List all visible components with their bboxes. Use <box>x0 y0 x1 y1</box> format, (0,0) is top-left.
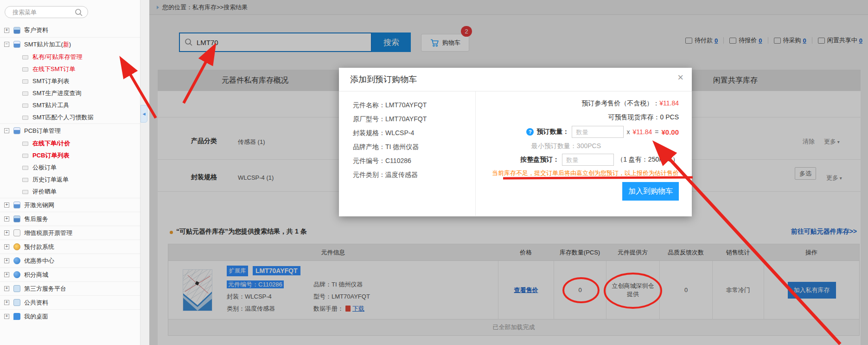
total-price: ¥0.00 <box>661 128 679 136</box>
submenu-icon <box>22 166 28 170</box>
sidebar-item-review-share[interactable]: 评价晒单 <box>0 186 140 198</box>
ref-price-label: 预订参考售价（不含税）： <box>581 99 659 107</box>
menu-search-input[interactable] <box>13 9 74 16</box>
sidebar-item-customer-info[interactable]: 客户资料 <box>0 23 140 37</box>
chat-icon <box>13 313 20 320</box>
expand-plus-icon[interactable] <box>4 202 9 208</box>
part-name-field: 元件名称：LMT70AYFQT <box>353 98 475 112</box>
modal-title: 添加到预订购物车 <box>339 68 692 91</box>
sidebar-item-label: PCB订单管理 <box>24 127 61 135</box>
expand-plus-icon[interactable] <box>4 244 9 249</box>
sidebar-item-coupon-center[interactable]: 优惠券中心 <box>0 254 140 267</box>
package-field: 封装规格：WLCSP-4 <box>353 126 475 140</box>
brand-origin-field: 品牌产地：TI 德州仪器 <box>353 140 475 154</box>
ref-price-value: ¥11.84 <box>659 99 679 107</box>
reel-qty-label: 按整盘预订： <box>520 156 559 164</box>
submenu-icon <box>22 79 28 84</box>
expand-plus-icon[interactable] <box>4 314 9 319</box>
submenu-icon <box>22 67 28 72</box>
part-category-field: 元件类别：温度传感器 <box>353 168 475 182</box>
sidebar-item-smt-progress[interactable]: SMT生产进度查询 <box>0 87 140 99</box>
preorder-qty-input[interactable] <box>572 126 624 138</box>
search-icon <box>75 8 83 17</box>
sidebar-item-my-desktop[interactable]: 我的桌面 <box>0 309 140 323</box>
user-icon <box>13 27 20 34</box>
min-qty-note: 最小预订数量：300PCS <box>476 140 679 152</box>
add-to-cart-button[interactable]: 加入到购物车 <box>622 182 679 201</box>
order-form: 预订参考售价（不含税）：¥11.84 可预售现货库存：0 PCS ? 预订数量：… <box>476 91 692 216</box>
calendar-icon <box>13 41 20 48</box>
sidebar-item-vat-invoice[interactable]: 增值税票开票管理 <box>0 226 140 240</box>
collapse-minus-icon[interactable] <box>4 42 9 47</box>
presale-stock-line: 可预售现货库存：0 PCS <box>476 110 679 124</box>
sidebar-item-pcb-order-online[interactable]: 在线下单/计价 <box>0 137 140 150</box>
expand-plus-icon[interactable] <box>4 258 9 263</box>
sidebar-item-points-mall[interactable]: 积分商城 <box>0 267 140 281</box>
menu-search-box[interactable] <box>5 6 88 18</box>
sidebar-item-after-sales[interactable]: 售后服务 <box>0 212 140 226</box>
submenu-icon <box>22 104 28 108</box>
sidebar-item-public-resources[interactable]: 公共资料 <box>0 295 140 309</box>
reel-qty-input[interactable] <box>562 154 614 166</box>
invoice-icon <box>13 229 20 236</box>
equals-sign: = <box>655 128 658 136</box>
calendar-icon <box>13 127 20 134</box>
sidebar-item-smt-tools[interactable]: SMT贴片工具 <box>0 99 140 111</box>
submenu-icon <box>22 154 28 158</box>
submenu-icon <box>22 91 28 96</box>
sidebar-item-pcb-order-list[interactable]: PCB订单列表 <box>0 150 140 162</box>
sidebar-item-smt-habit-data[interactable]: SMT匹配个人习惯数据 <box>0 111 140 124</box>
reel-note: （1 盘有：250PSC） <box>617 156 679 164</box>
sidebar-item-smt-order-online[interactable]: 在线下SMT订单 <box>0 63 140 75</box>
submenu-icon <box>22 55 28 59</box>
screen-icon <box>13 285 20 292</box>
sidebar-scroll-strip[interactable] <box>140 0 149 345</box>
close-icon[interactable]: × <box>677 72 683 83</box>
sidebar-item-history-reorder[interactable]: 历史订单返单 <box>0 174 140 186</box>
expand-plus-icon[interactable] <box>4 230 9 235</box>
submenu-icon <box>22 116 28 120</box>
balloon-icon <box>13 257 20 264</box>
submenu-icon <box>22 142 28 146</box>
submenu-icon <box>22 190 28 194</box>
sidebar-item-pcb-order-mgmt[interactable]: PCB订单管理 <box>0 124 140 137</box>
stock-warning-text: 当前库存不足，提交订单后将由嘉立创为您预订，以上报价为估计售价 <box>476 168 679 179</box>
screen-icon <box>13 299 20 306</box>
coins-icon <box>13 243 20 250</box>
expand-plus-icon[interactable] <box>4 272 9 277</box>
collapse-minus-icon[interactable] <box>4 128 9 133</box>
unit-price: ¥11.84 <box>632 128 652 136</box>
sidebar-item-smt-processing[interactable]: SMT贴片加工(新) <box>0 37 140 51</box>
factory-model-field: 原厂型号：LMT70AYFQT <box>353 112 475 126</box>
sidebar-item-third-party-platform[interactable]: 第三方服务平台 <box>0 281 140 295</box>
sidebar-item-private-stock-mgmt[interactable]: 私有/可贴库存管理 <box>0 51 140 63</box>
multiply-sign: x <box>626 128 630 136</box>
expand-plus-icon[interactable] <box>4 300 9 305</box>
sidebar-collapse-handle[interactable]: ◀ <box>140 105 147 123</box>
calendar-icon <box>13 202 20 208</box>
sidebar-item-public-board-order[interactable]: 公板订单 <box>0 162 140 174</box>
help-icon[interactable]: ? <box>526 128 534 136</box>
sidebar-menu: 客户资料 SMT贴片加工(新) 私有/可贴库存管理 在线下SMT订单 SMT订单… <box>0 23 140 323</box>
person-icon <box>13 215 20 222</box>
expand-plus-icon[interactable] <box>4 286 9 291</box>
submenu-icon <box>22 178 28 182</box>
sidebar-item-label: SMT贴片加工(新) <box>24 40 71 49</box>
sidebar-item-prepayment[interactable]: 预付款系统 <box>0 240 140 254</box>
part-number-field: 元件编号：C110286 <box>353 154 475 168</box>
expand-plus-icon[interactable] <box>4 216 9 221</box>
balloon-icon <box>13 271 20 278</box>
sidebar-item-label: 客户资料 <box>24 26 48 34</box>
sidebar: 客户资料 SMT贴片加工(新) 私有/可贴库存管理 在线下SMT订单 SMT订单… <box>0 0 140 345</box>
expand-plus-icon[interactable] <box>4 28 9 33</box>
sidebar-item-laser-stencil[interactable]: 开激光钢网 <box>0 198 140 212</box>
qty-label: 预订数量： <box>536 128 569 136</box>
sidebar-item-smt-order-list[interactable]: SMT订单列表 <box>0 75 140 87</box>
part-detail-fields: 元件名称：LMT70AYFQT 原厂型号：LMT70AYFQT 封装规格：WLC… <box>339 91 476 216</box>
add-to-preorder-cart-modal: 添加到预订购物车 × 元件名称：LMT70AYFQT 原厂型号：LMT70AYF… <box>339 68 692 216</box>
